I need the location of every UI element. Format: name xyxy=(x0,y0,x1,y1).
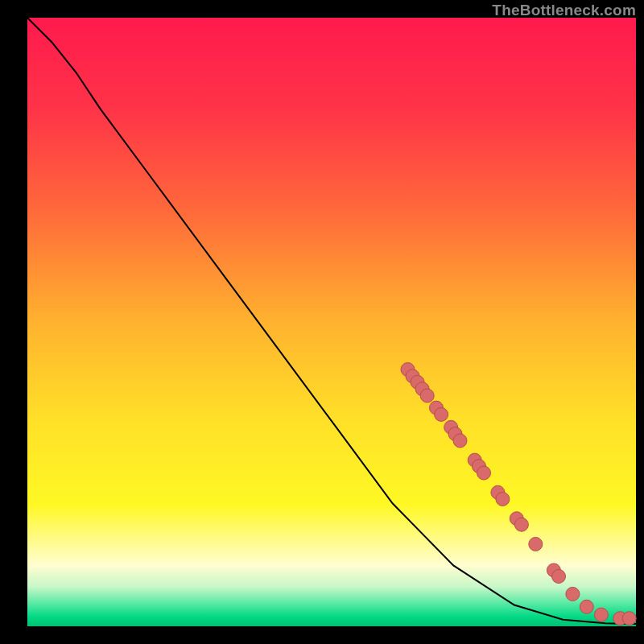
plot-background xyxy=(27,18,636,626)
data-marker xyxy=(477,466,491,480)
data-marker xyxy=(529,537,543,551)
watermark-label: TheBottleneck.com xyxy=(492,2,636,19)
data-marker xyxy=(594,608,608,621)
chart-container: TheBottleneck.com xyxy=(0,0,644,644)
data-marker xyxy=(552,570,566,584)
data-marker xyxy=(566,587,580,601)
data-marker xyxy=(420,389,434,402)
data-marker xyxy=(514,518,528,531)
data-marker xyxy=(453,434,467,448)
data-marker xyxy=(622,612,636,625)
data-marker xyxy=(496,493,510,506)
chart-svg xyxy=(0,0,644,644)
data-marker xyxy=(435,407,448,421)
data-marker xyxy=(580,600,593,613)
